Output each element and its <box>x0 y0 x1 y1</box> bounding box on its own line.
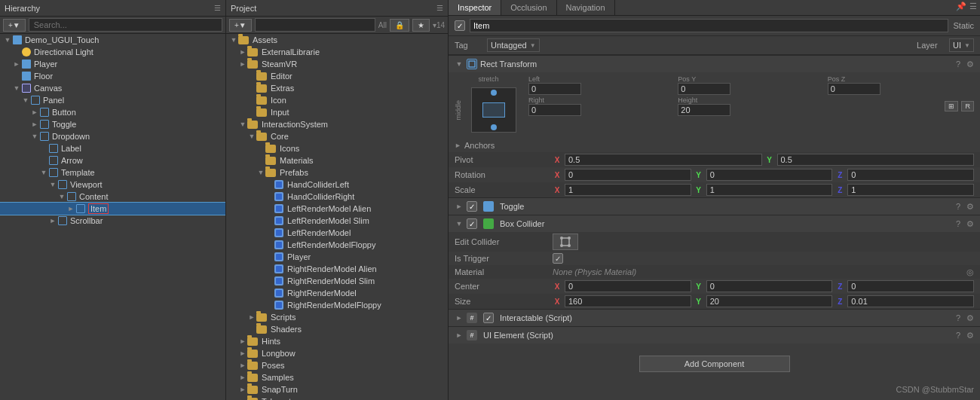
project-search[interactable] <box>255 18 375 32</box>
tag-dropdown[interactable]: Untagged ▼ <box>487 38 540 52</box>
proj-item-steamvr[interactable]: ►SteamVR <box>226 58 448 70</box>
toggle-header[interactable]: ► ✓ Toggle ? ⚙ <box>449 198 980 215</box>
tab-navigation[interactable]: Navigation <box>557 0 615 15</box>
proj-arrow-snapturn[interactable]: ► <box>238 385 247 394</box>
left-input[interactable] <box>528 83 581 95</box>
project-lock-btn[interactable]: 🔒 <box>390 19 409 32</box>
anchors-row[interactable]: ► Anchors <box>449 139 980 152</box>
ui-element-help[interactable]: ? <box>956 331 960 340</box>
tree-arrow-root[interactable]: ▼ <box>3 35 12 44</box>
tree-item-label[interactable]: Label <box>0 142 225 154</box>
center-z-input[interactable] <box>847 280 974 292</box>
rot-y-input[interactable] <box>706 169 833 181</box>
proj-arrow-steamvr[interactable]: ► <box>238 60 247 69</box>
tree-arrow-player[interactable]: ► <box>12 60 21 69</box>
pivot-y-input[interactable] <box>777 154 975 166</box>
project-add-btn[interactable]: +▼ <box>229 19 252 32</box>
tree-item-arrow[interactable]: Arrow <box>0 154 225 166</box>
edit-collider-button[interactable] <box>553 234 578 250</box>
rt-btn-2[interactable]: R <box>961 101 974 111</box>
tree-item-item[interactable]: ►Item <box>0 203 225 215</box>
height-input[interactable] <box>678 104 730 116</box>
hierarchy-search[interactable] <box>29 18 222 32</box>
tree-arrow-label[interactable] <box>39 144 48 153</box>
tree-item-viewport[interactable]: ▼Viewport <box>0 179 225 191</box>
box-collider-settings[interactable]: ⚙ <box>966 219 974 229</box>
proj-item-extras[interactable]: Extras <box>226 82 448 94</box>
item-enabled-checkbox[interactable]: ✓ <box>455 20 465 31</box>
tab-inspector[interactable]: Inspector <box>449 0 501 15</box>
project-menu-icon[interactable]: ☰ <box>436 4 443 12</box>
tree-item-canvas[interactable]: ▼Canvas <box>0 82 225 94</box>
rot-x-input[interactable] <box>565 169 691 181</box>
rect-transform-settings[interactable]: ⚙ <box>966 60 974 69</box>
pos-z-input[interactable] <box>828 83 880 95</box>
scale-x-input[interactable] <box>565 184 691 196</box>
proj-item-icons-sub[interactable]: Icons <box>226 142 448 154</box>
scale-z-input[interactable] <box>847 184 974 196</box>
ui-element-settings[interactable]: ⚙ <box>966 331 974 340</box>
proj-item-assets[interactable]: ▼Assets <box>226 34 448 46</box>
proj-item-prefab-rrma[interactable]: RightRenderModel Alien <box>226 263 448 275</box>
proj-item-scripts[interactable]: ►Scripts <box>226 311 448 323</box>
tree-item-scrollbar[interactable]: ►Scrollbar <box>0 215 225 227</box>
proj-item-snapturn[interactable]: ►SnapTurn <box>226 383 448 395</box>
interactable-settings[interactable]: ⚙ <box>966 313 974 323</box>
proj-item-prefabs[interactable]: ▼Prefabs <box>226 166 448 179</box>
pivot-x-input[interactable] <box>565 154 762 166</box>
item-name-input[interactable] <box>470 19 948 32</box>
box-collider-header[interactable]: ▼ ✓ Box Collider ? ⚙ <box>449 215 980 232</box>
proj-item-shaders[interactable]: Shaders <box>226 323 448 335</box>
tree-item-button[interactable]: ►Button <box>0 106 225 118</box>
tree-arrow-item[interactable]: ► <box>66 204 75 213</box>
box-collider-enabled-checkbox[interactable]: ✓ <box>467 218 477 229</box>
proj-item-hints[interactable]: ►Hints <box>226 335 448 347</box>
rt-btn-1[interactable]: ⊞ <box>945 101 958 111</box>
hierarchy-add-btn[interactable]: +▼ <box>3 19 26 32</box>
rect-transform-header[interactable]: ▼ Rect Transform ? ⚙ <box>449 56 980 72</box>
proj-item-prefab-lrms[interactable]: LeftRenderModel Slim <box>226 215 448 227</box>
tree-item-directional-light[interactable]: Directional Light <box>0 46 225 58</box>
tree-item-floor[interactable]: Floor <box>0 70 225 82</box>
tree-item-template[interactable]: ▼Template <box>0 166 225 179</box>
proj-item-materials[interactable]: Materials <box>226 154 448 166</box>
proj-item-prefab-rrmf[interactable]: RightRenderModelFloppy <box>226 299 448 311</box>
rect-transform-help[interactable]: ? <box>956 60 960 69</box>
proj-arrow-assets[interactable]: ▼ <box>229 35 238 44</box>
tree-arrow-scrollbar[interactable]: ► <box>48 216 57 225</box>
tree-arrow-canvas[interactable]: ▼ <box>12 84 21 93</box>
size-z-input[interactable] <box>847 295 974 307</box>
proj-item-input[interactable]: Input <box>226 106 448 118</box>
hierarchy-menu-icon[interactable]: ☰ <box>214 4 221 12</box>
proj-item-prefab-rrm[interactable]: RightRenderModel <box>226 287 448 299</box>
tree-arrow-arrow[interactable] <box>39 156 48 165</box>
box-collider-help[interactable]: ? <box>956 219 960 228</box>
ui-element-header[interactable]: ► # UI Element (Script) ? ⚙ <box>449 327 980 344</box>
proj-item-prefab-player[interactable]: Player <box>226 251 448 263</box>
proj-arrow-scripts[interactable]: ► <box>247 313 256 322</box>
proj-item-prefab-hcr[interactable]: HandColliderRight <box>226 191 448 203</box>
toggle-help[interactable]: ? <box>956 202 960 211</box>
proj-arrow-external-librarie[interactable]: ► <box>238 47 247 56</box>
tree-arrow-panel[interactable]: ▼ <box>21 96 30 105</box>
size-y-input[interactable] <box>706 295 833 307</box>
tree-item-player[interactable]: ►Player <box>0 58 225 70</box>
proj-arrow-hints[interactable]: ► <box>238 337 247 346</box>
interactable-enabled-checkbox[interactable]: ✓ <box>483 313 494 323</box>
tree-arrow-button[interactable]: ► <box>30 108 39 117</box>
tree-arrow-floor[interactable] <box>12 72 21 81</box>
material-pick-icon[interactable]: ◎ <box>966 267 974 277</box>
pos-y-input[interactable] <box>678 83 730 95</box>
tab-occlusion[interactable]: Occlusion <box>501 0 556 15</box>
tree-item-toggle[interactable]: ►Toggle <box>0 118 225 130</box>
toggle-settings[interactable]: ⚙ <box>966 202 974 212</box>
proj-item-prefab-rrms[interactable]: RightRenderModel Slim <box>226 275 448 287</box>
tree-arrow-content[interactable]: ▼ <box>57 192 66 201</box>
center-y-input[interactable] <box>706 280 833 292</box>
proj-item-longbow[interactable]: ►Longbow <box>226 347 448 359</box>
proj-arrow-core[interactable]: ▼ <box>247 132 256 141</box>
proj-item-prefab-lrmf[interactable]: LeftRenderModelFloppy <box>226 239 448 251</box>
rot-z-input[interactable] <box>847 169 974 181</box>
proj-item-prefab-hcl[interactable]: HandColliderLeft <box>226 179 448 191</box>
tree-arrow-dropdown[interactable]: ▼ <box>30 132 39 141</box>
